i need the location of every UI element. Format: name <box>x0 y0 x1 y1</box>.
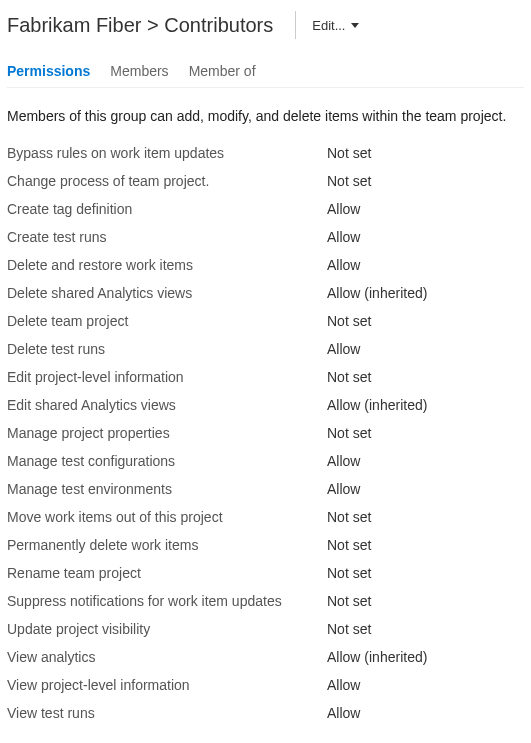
permission-name: Delete test runs <box>7 341 327 357</box>
header: Fabrikam Fiber > Contributors Edit... <box>7 11 524 39</box>
header-divider <box>295 11 296 39</box>
permission-name: Suppress notifications for work item upd… <box>7 593 327 609</box>
permissions-table: Bypass rules on work item updatesNot set… <box>7 139 524 727</box>
permission-value[interactable]: Allow (inherited) <box>327 649 427 665</box>
permission-name: View project-level information <box>7 677 327 693</box>
permission-row: Update project visibilityNot set <box>7 615 524 643</box>
permission-row: Manage test environmentsAllow <box>7 475 524 503</box>
permission-row: Rename team projectNot set <box>7 559 524 587</box>
permission-name: Edit shared Analytics views <box>7 397 327 413</box>
breadcrumb-project[interactable]: Fabrikam Fiber <box>7 14 141 36</box>
permission-value[interactable]: Allow <box>327 705 360 721</box>
permission-value[interactable]: Allow <box>327 341 360 357</box>
breadcrumb-separator: > <box>147 14 159 36</box>
permission-value[interactable]: Not set <box>327 369 371 385</box>
permission-name: View test runs <box>7 705 327 721</box>
permission-value[interactable]: Allow <box>327 453 360 469</box>
permission-row: Edit project-level informationNot set <box>7 363 524 391</box>
permission-name: Create test runs <box>7 229 327 245</box>
permission-value[interactable]: Not set <box>327 537 371 553</box>
breadcrumb: Fabrikam Fiber > Contributors <box>7 14 273 37</box>
permission-row: Create test runsAllow <box>7 223 524 251</box>
breadcrumb-group: Contributors <box>164 14 273 36</box>
permission-value[interactable]: Allow (inherited) <box>327 397 427 413</box>
permission-row: Suppress notifications for work item upd… <box>7 587 524 615</box>
permission-value[interactable]: Allow <box>327 201 360 217</box>
permission-value[interactable]: Allow <box>327 481 360 497</box>
permission-value[interactable]: Allow <box>327 229 360 245</box>
tab-permissions[interactable]: Permissions <box>7 57 90 87</box>
permission-name: Delete and restore work items <box>7 257 327 273</box>
chevron-down-icon <box>351 23 359 28</box>
permission-value[interactable]: Not set <box>327 145 371 161</box>
permission-name: Permanently delete work items <box>7 537 327 553</box>
permission-row: Manage project propertiesNot set <box>7 419 524 447</box>
edit-dropdown-button[interactable]: Edit... <box>306 14 365 37</box>
permission-name: Rename team project <box>7 565 327 581</box>
permission-value[interactable]: Not set <box>327 593 371 609</box>
permission-name: Manage test configurations <box>7 453 327 469</box>
permission-name: Edit project-level information <box>7 369 327 385</box>
permission-row: View test runsAllow <box>7 699 524 727</box>
permission-name: Manage test environments <box>7 481 327 497</box>
tabs: Permissions Members Member of <box>7 57 524 88</box>
permission-row: Permanently delete work itemsNot set <box>7 531 524 559</box>
permission-value[interactable]: Allow <box>327 677 360 693</box>
group-description: Members of this group can add, modify, a… <box>7 108 524 124</box>
permission-name: Manage project properties <box>7 425 327 441</box>
permission-name: View analytics <box>7 649 327 665</box>
permission-value[interactable]: Not set <box>327 173 371 189</box>
permission-row: Delete test runsAllow <box>7 335 524 363</box>
permission-value[interactable]: Allow <box>327 257 360 273</box>
permission-name: Delete shared Analytics views <box>7 285 327 301</box>
permission-row: Move work items out of this projectNot s… <box>7 503 524 531</box>
permission-row: View project-level informationAllow <box>7 671 524 699</box>
permission-name: Create tag definition <box>7 201 327 217</box>
permission-row: Manage test configurationsAllow <box>7 447 524 475</box>
permission-name: Change process of team project. <box>7 173 327 189</box>
permission-name: Delete team project <box>7 313 327 329</box>
tab-member-of[interactable]: Member of <box>189 57 256 87</box>
permission-row: Change process of team project.Not set <box>7 167 524 195</box>
permission-value[interactable]: Allow (inherited) <box>327 285 427 301</box>
permission-value[interactable]: Not set <box>327 313 371 329</box>
permission-row: Delete shared Analytics viewsAllow (inhe… <box>7 279 524 307</box>
permission-value[interactable]: Not set <box>327 509 371 525</box>
permission-row: Bypass rules on work item updatesNot set <box>7 139 524 167</box>
permission-value[interactable]: Not set <box>327 425 371 441</box>
tab-members[interactable]: Members <box>110 57 168 87</box>
permission-row: Create tag definitionAllow <box>7 195 524 223</box>
permission-name: Move work items out of this project <box>7 509 327 525</box>
permission-row: Delete and restore work itemsAllow <box>7 251 524 279</box>
permission-name: Update project visibility <box>7 621 327 637</box>
permission-value[interactable]: Not set <box>327 565 371 581</box>
permission-name: Bypass rules on work item updates <box>7 145 327 161</box>
permission-row: Edit shared Analytics viewsAllow (inheri… <box>7 391 524 419</box>
edit-label: Edit... <box>312 18 345 33</box>
permission-row: Delete team projectNot set <box>7 307 524 335</box>
permission-value[interactable]: Not set <box>327 621 371 637</box>
permission-row: View analyticsAllow (inherited) <box>7 643 524 671</box>
